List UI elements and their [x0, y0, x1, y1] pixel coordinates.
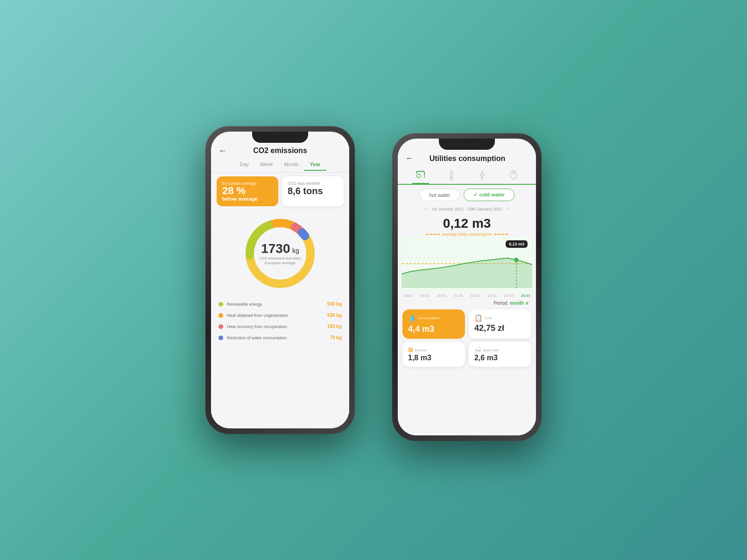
- bath-icon: 🛁: [474, 346, 483, 353]
- phone-utilities: ← Utilities consumption: [392, 133, 542, 441]
- svg-point-10: [450, 177, 453, 180]
- p1-tabs: Day Week Month Year: [211, 157, 349, 173]
- period-selector-row: Period: month ∨: [398, 299, 536, 308]
- legend-recuperation: Heat recovery from recuperation 160 kg: [218, 321, 342, 332]
- chart-x-labels: 18.01 19.01 20.01 21.01 22.01 23.01 24.0…: [398, 293, 536, 299]
- electricity-category-icon[interactable]: [474, 167, 491, 184]
- kitchen-label: ▦ Kitchen: [408, 346, 459, 353]
- legend-cogeneration: Heat obtained from cogeneration 920 kg: [218, 310, 342, 321]
- kitchen-icon: ▦: [408, 346, 415, 353]
- chart-label-2: 20.01: [437, 294, 446, 298]
- dot-water: [218, 336, 223, 340]
- prev-date-button[interactable]: <: [424, 206, 428, 212]
- period-value[interactable]: month ∨: [510, 301, 529, 306]
- avg-daily-label: average daily consumption: [442, 232, 492, 237]
- drop-icon: 💧: [408, 314, 416, 322]
- chart-tooltip: 0,13 m3: [506, 240, 528, 248]
- p1-legend: Renewable energy 580 kg Heat obtained fr…: [211, 297, 349, 345]
- top-cards-row: 💧 Consumption 4,4 m3 📋 Cost 42,75 zł: [402, 309, 531, 339]
- value-recuperation: 160 kg: [327, 324, 342, 329]
- summary-cards: 💧 Consumption 4,4 m3 📋 Cost 42,75 zł: [398, 308, 536, 369]
- date-range-row: < 1st January 2021 - 25th January 2021 >: [398, 205, 536, 213]
- co2-label: CO2 was emitted: [288, 181, 338, 186]
- p1-header: ← CO2 emissions: [211, 143, 349, 157]
- bill-icon: 📋: [474, 314, 482, 322]
- chart-label-0: 18.01: [403, 294, 413, 298]
- main-consumption: 0,12 m3: [398, 213, 536, 232]
- donut-main-value: 1730 kg: [260, 241, 301, 256]
- consumption-card: 💧 Consumption 4,4 m3: [402, 309, 465, 339]
- value-renewable: 580 kg: [327, 301, 342, 307]
- back-button-2[interactable]: ←: [405, 154, 414, 163]
- svg-point-6: [417, 174, 421, 178]
- period-label: Period:: [493, 301, 508, 306]
- co2-emitted-card: CO2 was emitted 8,6 tons: [282, 176, 344, 206]
- dash-right: [494, 234, 508, 235]
- bathroom-label: 🛁 Bathroom: [474, 346, 526, 353]
- chart-label-1: 19.01: [420, 294, 430, 298]
- tab-month[interactable]: Month: [279, 159, 304, 171]
- dot-renewable: [218, 302, 223, 307]
- donut-center: 1730 kg CO2 emissions less thanEuropean …: [260, 241, 301, 266]
- water-type-toggle: hot water ✓ cold water: [398, 185, 536, 205]
- chart-label-5: 23.01: [487, 294, 497, 298]
- label-cogeneration: Heat obtained from cogeneration: [227, 313, 327, 318]
- legend-water: Reduction of water consumption 70 kg: [218, 332, 342, 343]
- p2-title: Utilities consumption: [417, 154, 517, 163]
- bathroom-card: 🛁 Bathroom 2,6 m3: [469, 342, 531, 367]
- svg-rect-9: [451, 171, 452, 177]
- kitchen-value: 1,8 m3: [408, 354, 459, 362]
- dot-recuperation: [218, 324, 223, 329]
- gas-category-icon[interactable]: [505, 167, 521, 184]
- bathroom-value: 2,6 m3: [474, 354, 526, 362]
- tab-week[interactable]: Week: [254, 159, 279, 171]
- chart-label-4: 22.01: [471, 294, 480, 298]
- dash-left: [426, 234, 440, 235]
- kitchen-card: ▦ Kitchen 1,8 m3: [402, 342, 465, 367]
- p1-title: CO2 emissions: [253, 147, 307, 155]
- dot-cogeneration: [218, 313, 223, 318]
- notch-1: [252, 132, 308, 143]
- phone-co2: ← CO2 emissions Day Week Month Year Euro…: [205, 126, 355, 434]
- chart-label-3: 21.01: [454, 294, 463, 298]
- p2-header: ← Utilities consumption: [398, 150, 536, 165]
- european-average-card: European average 28 % below average: [217, 176, 278, 206]
- chart-label-7: 25.01: [521, 294, 530, 298]
- chart-label-6: 24.01: [504, 294, 514, 298]
- european-avg-label: European average: [222, 181, 273, 186]
- label-recuperation: Heat recovery from recuperation: [227, 324, 327, 329]
- tab-day[interactable]: Day: [234, 159, 254, 171]
- label-renewable: Renewable energy: [227, 302, 327, 307]
- back-button-1[interactable]: ←: [218, 146, 227, 156]
- water-category-icon[interactable]: [412, 167, 429, 184]
- bottom-cards-row: ▦ Kitchen 1,8 m3 🛁 Bathroom 2,6 m3: [402, 342, 531, 367]
- p1-stats-row: European average 28 % below average CO2 …: [211, 173, 349, 210]
- donut-chart-container: 1730 kg CO2 emissions less thanEuropean …: [211, 210, 349, 297]
- phones-container: ← CO2 emissions Day Week Month Year Euro…: [205, 119, 542, 441]
- label-water: Reduction of water consumption: [227, 336, 330, 340]
- notch-2: [439, 139, 495, 150]
- cost-card: 📋 Cost 42,75 zł: [469, 309, 531, 339]
- consumption-value: 0,12 m3: [443, 216, 491, 231]
- avg-daily-row: average daily consumption: [398, 232, 536, 237]
- date-range-label: 1st January 2021 - 25th January 2021: [431, 207, 502, 211]
- cost-card-value: 42,75 zł: [474, 323, 526, 333]
- cost-card-label: 📋 Cost: [474, 314, 526, 322]
- temperature-category-icon[interactable]: [443, 167, 460, 184]
- consumption-card-label: 💧 Consumption: [408, 314, 459, 322]
- value-cogeneration: 920 kg: [327, 313, 342, 318]
- consumption-card-value: 4,4 m3: [408, 324, 459, 334]
- next-date-button[interactable]: >: [506, 206, 509, 212]
- value-water: 70 kg: [330, 335, 342, 340]
- hot-water-button[interactable]: hot water: [419, 189, 460, 201]
- european-avg-value: 28 %: [222, 186, 273, 196]
- consumption-chart: 0,13 m3: [402, 237, 532, 293]
- european-avg-sub: below average: [222, 196, 273, 202]
- tab-year[interactable]: Year: [304, 159, 326, 171]
- p2-category-icons: [398, 165, 536, 185]
- checkmark-icon: ✓: [473, 192, 479, 197]
- legend-renewable: Renewable energy 580 kg: [218, 299, 342, 310]
- co2-value: 8,6 tons: [288, 186, 338, 196]
- cold-water-button[interactable]: ✓ cold water: [464, 189, 514, 201]
- donut-subtitle: CO2 emissions less thanEuropean average: [260, 256, 301, 266]
